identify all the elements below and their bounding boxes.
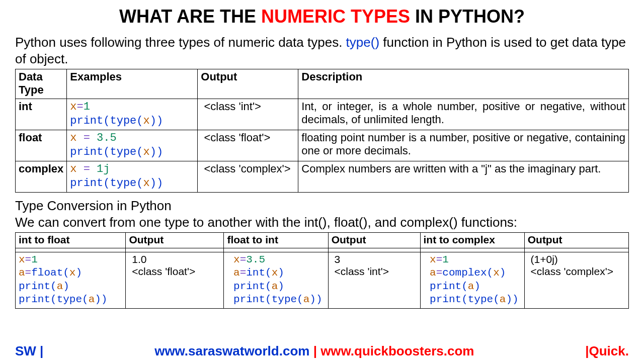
footer-url-2: www.quickboosters.com xyxy=(320,343,474,358)
code-op: = xyxy=(240,267,247,279)
col-description: Description xyxy=(298,69,629,99)
code-paren: )) xyxy=(309,294,322,305)
example-code: x = 3.5 print(type(x)) xyxy=(67,130,198,161)
description-cell: Int, or integer, is a whole number, posi… xyxy=(298,99,629,130)
description-cell: Complex numbers are written with a "j" a… xyxy=(298,161,629,193)
code-var: x xyxy=(70,101,76,113)
code-num: 1 xyxy=(31,254,38,265)
output-cell: 3 <class 'int'> xyxy=(328,252,420,309)
code-var: x xyxy=(70,163,76,175)
conversion-sub: We can convert from one type to another … xyxy=(15,214,629,231)
code-var: x xyxy=(19,254,25,265)
output-line: 3 xyxy=(335,253,341,265)
code-var: x xyxy=(233,254,240,265)
col-data-type: Data Type xyxy=(16,69,67,99)
code-op: = xyxy=(76,163,97,175)
footer-url-1: www.saraswatworld.com xyxy=(154,343,309,358)
code-cell: x=1 a=float(x) print(a) print(type(a)) xyxy=(16,252,126,309)
output-cell: <class 'int'> xyxy=(198,99,298,130)
code-var: x xyxy=(493,267,500,279)
code-var: a xyxy=(500,294,506,305)
col-int-to-float: int to float xyxy=(16,233,126,248)
code-paren: ( xyxy=(136,177,143,190)
code-paren: )) xyxy=(150,146,163,158)
table-row: complex x = 1j print(type(x)) <class 'co… xyxy=(16,161,629,193)
spacer-row xyxy=(16,248,629,252)
type-name: complex xyxy=(19,162,63,175)
code-paren: ( xyxy=(136,146,143,158)
table-row: float x = 3.5 print(type(x)) <class 'flo… xyxy=(16,130,629,161)
col-examples: Examples xyxy=(67,69,198,99)
title-post: IN PYTHON? xyxy=(410,6,525,27)
output-cell: (1+0j) <class 'complex'> xyxy=(524,252,628,309)
table-row: int x=1 print(type(x)) <class 'int'> Int… xyxy=(16,99,629,130)
footer-right: |Quick. xyxy=(585,343,629,359)
code-op: = xyxy=(25,267,32,279)
output-cell: <class 'float'> xyxy=(198,130,298,161)
code-paren: )) xyxy=(95,294,107,305)
code-fn: complex xyxy=(442,267,487,279)
code-paren: ( xyxy=(103,177,110,190)
col-output: Output xyxy=(126,233,224,248)
intro-fn: type() xyxy=(346,35,379,50)
code-paren: ( xyxy=(487,267,494,279)
code-num: 1 xyxy=(84,101,90,113)
footer-sep: | xyxy=(309,343,320,358)
code-var: a xyxy=(57,281,63,292)
code-fn: print xyxy=(233,281,265,292)
intro-t1: Python uses following three types of num… xyxy=(15,35,346,50)
footer-center: www.saraswatworld.com | www.quickbooster… xyxy=(154,343,474,359)
code-var: a xyxy=(272,281,278,292)
table-header-row: Data Type Examples Output Description xyxy=(16,69,629,99)
code-paren: ( xyxy=(82,294,89,305)
code-paren: ( xyxy=(50,294,57,305)
code-fn: type xyxy=(57,294,82,305)
code-var: a xyxy=(430,267,436,279)
col-output: Output xyxy=(328,233,420,248)
output-text: <class 'float'> xyxy=(204,131,270,144)
output-line: 1.0 xyxy=(132,253,146,265)
code-fn: print xyxy=(233,294,265,305)
intro-text: Python uses following three types of num… xyxy=(15,34,629,67)
code-var: x xyxy=(143,177,150,190)
code-num: 3.5 xyxy=(246,254,265,265)
code-fn: print xyxy=(70,115,103,127)
code-paren: )) xyxy=(506,294,518,305)
col-output: Output xyxy=(524,233,628,248)
code-paren: ) xyxy=(75,267,82,279)
code-paren: ( xyxy=(103,146,110,158)
code-paren: ( xyxy=(265,281,272,292)
code-paren: ( xyxy=(297,294,303,305)
code-var: a xyxy=(468,281,474,292)
code-var: a xyxy=(233,267,240,279)
code-num: 1 xyxy=(442,254,449,265)
output-line: <class 'complex'> xyxy=(531,265,613,277)
code-paren: ) xyxy=(278,267,284,279)
code-var: a xyxy=(303,294,310,305)
code-op: = xyxy=(76,101,83,113)
code-op: = xyxy=(436,254,443,265)
output-line: <class 'float'> xyxy=(132,265,195,277)
code-fn: float xyxy=(31,267,63,279)
title-pre: WHAT ARE THE xyxy=(119,6,261,27)
code-var: x xyxy=(272,267,278,279)
code-fn: print xyxy=(70,177,103,190)
code-var: a xyxy=(19,267,25,279)
code-var: x xyxy=(70,132,76,144)
code-num: 1j xyxy=(97,163,110,175)
code-paren: ( xyxy=(461,294,468,305)
code-fn: print xyxy=(19,281,50,292)
output-text: <class 'complex'> xyxy=(204,162,290,175)
code-paren: ( xyxy=(136,115,143,127)
code-fn: type xyxy=(110,177,136,190)
code-var: a xyxy=(89,294,95,305)
code-fn: type xyxy=(110,115,136,127)
footer-left: SW | xyxy=(15,343,43,359)
table-row: x=1 a=float(x) print(a) print(type(a)) 1… xyxy=(16,252,629,309)
col-output: Output xyxy=(198,69,298,99)
code-paren: ( xyxy=(265,267,272,279)
code-fn: print xyxy=(19,294,50,305)
col-int-to-complex: int to complex xyxy=(420,233,524,248)
section-conversion: Type Conversion in Python We can convert… xyxy=(15,198,629,230)
code-op: = xyxy=(25,254,32,265)
